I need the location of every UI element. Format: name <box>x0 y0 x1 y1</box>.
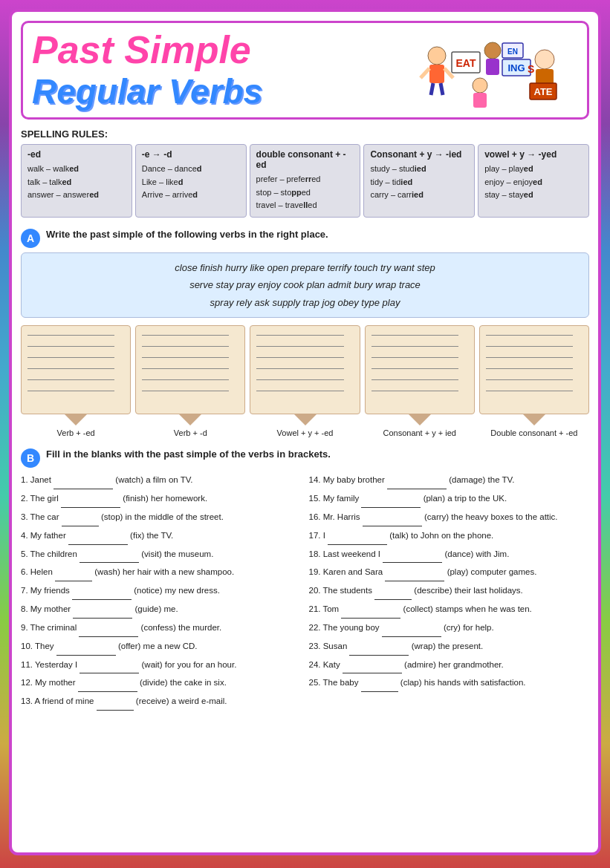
rule-box-vowel-y: vowel + y → -yed play – played enjoy – e… <box>478 144 589 218</box>
svg-point-17 <box>535 50 554 69</box>
blank-19[interactable] <box>385 564 444 581</box>
blank-14[interactable] <box>387 472 447 489</box>
answer-col-wrapper-4: Consonant + y + ied <box>365 325 475 437</box>
answer-col-ed[interactable] <box>21 325 131 414</box>
answer-col-consonant-y[interactable] <box>365 325 475 414</box>
blank-9[interactable] <box>79 620 138 637</box>
sentence-1: 1. Janet (watch) a film on TV. <box>21 472 302 489</box>
blank-24[interactable] <box>343 657 402 674</box>
blank-25[interactable] <box>361 675 398 692</box>
answer-col-wrapper-5: Double consonant + -ed <box>479 325 589 437</box>
svg-text:ATE: ATE <box>533 86 552 97</box>
answer-lines-ed <box>27 335 124 391</box>
rule-consonant-y-title: Consonant + y → -ied <box>370 149 468 160</box>
blank-18[interactable] <box>383 546 442 564</box>
svg-line-4 <box>431 83 433 95</box>
blank-12[interactable] <box>78 675 137 692</box>
exercise-b-instruction: Fill in the blanks with the past simple … <box>46 448 331 461</box>
arrow-pointer-5 <box>523 414 545 425</box>
blank-8[interactable] <box>73 601 132 619</box>
sentence-23: 23. Susan (wrap) the present. <box>309 639 590 656</box>
svg-point-8 <box>484 42 501 59</box>
sentence-19: 19. Karen and Sara (play) computer games… <box>309 564 590 581</box>
sentence-16: 16. Mr. Harris (carry) the heavy boxes t… <box>309 509 590 526</box>
answer-line <box>27 379 114 380</box>
sentence-24: 24. Katy (admire) her grandmother. <box>309 657 590 674</box>
sentence-9: 9. The criminal (confess) the murder. <box>21 620 302 637</box>
blank-1[interactable] <box>53 472 113 489</box>
rule-box-consonant-y: Consonant + y → -ied study – studied tid… <box>363 144 475 218</box>
blank-7[interactable] <box>72 583 132 600</box>
answer-line <box>486 335 573 336</box>
rule-vowel-y-title: vowel + y → -yed <box>484 149 583 160</box>
answer-col-label-d: Verb + -d <box>135 428 245 437</box>
sentence-18: 18. Last weekend I (dance) with Jim. <box>309 546 590 564</box>
blank-10[interactable] <box>56 639 116 656</box>
answer-line <box>371 379 458 380</box>
blank-15[interactable] <box>361 491 421 508</box>
blank-6[interactable] <box>55 564 92 581</box>
blank-4[interactable] <box>68 528 128 545</box>
answer-lines-double <box>486 335 583 391</box>
answer-line <box>256 391 343 391</box>
answer-line <box>142 346 229 347</box>
answer-col-wrapper-1: Verb + -ed <box>21 325 131 437</box>
blank-2[interactable] <box>61 491 120 508</box>
blank-17[interactable] <box>328 528 387 545</box>
answer-line <box>371 357 458 358</box>
cartoon-svg: EAT EN ING S ATE S <box>415 30 578 111</box>
blank-3[interactable] <box>62 509 99 526</box>
exercise-b-circle: B <box>21 448 40 468</box>
answer-col-label-double: Double consonant + -ed <box>479 428 589 437</box>
blank-5[interactable] <box>80 546 139 564</box>
answer-line <box>142 335 229 336</box>
exercise-a-instruction: Write the past simple of the following v… <box>46 228 328 241</box>
answer-line <box>486 357 573 358</box>
svg-point-14 <box>473 78 487 93</box>
answer-col-d[interactable] <box>135 325 245 414</box>
exercise-a-circle: A <box>21 229 40 248</box>
answer-col-double[interactable] <box>479 325 589 414</box>
verbs-line2: serve stay pray enjoy cook plan admit bu… <box>30 276 580 293</box>
sentence-2: 2. The girl (finish) her homework. <box>21 491 302 508</box>
sentence-8: 8. My mother (guide) me. <box>21 601 302 619</box>
rule-box-e-d: -e → -d Dance – danced Like – liked Arri… <box>135 144 247 218</box>
answer-line <box>142 368 229 369</box>
rule-consonant-y-content: study – studied tidy – tidied carry – ca… <box>370 163 468 202</box>
answer-lines-vowel-y <box>256 335 353 391</box>
fill-col-right: 14. My baby brother (damage) the TV. 15.… <box>309 472 590 712</box>
rule-box-double: double consonant + -ed prefer – preferre… <box>250 144 361 218</box>
blank-22[interactable] <box>382 620 441 637</box>
sentence-3: 3. The car (stop) in the middle of the s… <box>21 509 302 526</box>
answer-line <box>486 391 573 391</box>
title-regular-verbs: Regular Verbs <box>32 71 415 111</box>
rule-e-d-content: Dance – danced Like – liked Arrive – arr… <box>142 163 240 202</box>
verbs-box: close finish hurry like open prepare ter… <box>21 252 589 318</box>
sentence-14: 14. My baby brother (damage) the TV. <box>309 472 590 489</box>
arrow-pointer-2 <box>179 414 201 425</box>
answer-col-wrapper-3: Vowel + y + -ed <box>250 325 360 437</box>
blank-16[interactable] <box>363 509 422 526</box>
verbs-line3: spray rely ask supply trap jog obey type… <box>30 294 580 311</box>
fill-col-left: 1. Janet (watch) a film on TV. 2. The gi… <box>21 472 302 712</box>
answer-line <box>142 379 229 380</box>
sentence-7: 7. My friends (notice) my new dress. <box>21 583 302 600</box>
answer-line <box>256 346 343 347</box>
svg-line-5 <box>441 83 443 95</box>
answer-line <box>256 368 343 369</box>
exercise-b-header: B Fill in the blanks with the past simpl… <box>21 448 589 468</box>
rule-box-ed: -ed walk – walked talk – talked answer –… <box>21 144 132 218</box>
answer-line <box>142 357 229 358</box>
svg-point-0 <box>428 47 446 65</box>
blank-23[interactable] <box>349 639 409 656</box>
blank-20[interactable] <box>374 583 412 600</box>
verbs-line1: close finish hurry like open prepare ter… <box>30 259 580 276</box>
answer-line <box>371 346 458 347</box>
title-past-simple: Past Simple <box>32 29 415 71</box>
blank-13[interactable] <box>97 694 134 711</box>
blank-11[interactable] <box>80 657 139 674</box>
answer-col-vowel-y[interactable] <box>250 325 360 414</box>
blank-21[interactable] <box>341 601 400 619</box>
svg-text:S: S <box>528 63 534 75</box>
rule-e-d-title: -e → -d <box>142 149 240 160</box>
